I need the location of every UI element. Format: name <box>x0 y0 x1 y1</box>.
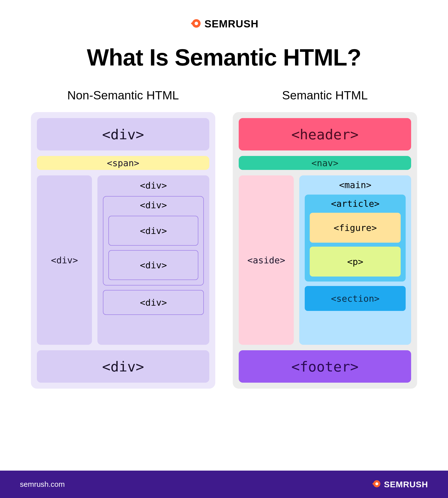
ns-mid-row: <div> <div> <div> <div> <div> <div> <box>37 175 209 345</box>
s-header-block: <header> <box>239 118 411 150</box>
non-semantic-column: Non-Semantic HTML <div> <span> <div> <di… <box>31 88 215 389</box>
s-mid-row: <aside> <main> <article> <figure> <p> <s… <box>239 175 411 345</box>
svg-point-1 <box>195 22 198 25</box>
ns-header-block: <div> <box>37 118 209 150</box>
ns-main-block: <div> <div> <div> <div> <div> <box>97 175 209 345</box>
ns-main-label: <div> <box>103 180 204 191</box>
s-article-label: <article> <box>310 199 401 209</box>
semantic-column: Semantic HTML <header> <nav> <aside> <ma… <box>233 88 417 389</box>
ns-article-label: <div> <box>108 200 198 210</box>
brand-header: SEMRUSH <box>0 0 448 30</box>
ns-aside-block: <div> <box>37 175 92 345</box>
ns-article-block: <div> <div> <div> <box>103 196 204 285</box>
s-section-block: <section> <box>305 286 406 311</box>
s-article-block: <article> <figure> <p> <box>305 195 406 282</box>
brand-text: SEMRUSH <box>204 18 258 30</box>
semantic-col-title: Semantic HTML <box>233 88 417 102</box>
ns-para-block: <div> <box>108 250 198 280</box>
s-nav-block: <nav> <box>239 156 411 170</box>
s-main-label: <main> <box>305 180 406 190</box>
ns-nav-block: <span> <box>37 156 209 170</box>
s-para-block: <p> <box>310 247 401 277</box>
flame-icon <box>371 479 381 490</box>
ns-section-block: <div> <box>103 290 204 315</box>
comparison-columns: Non-Semantic HTML <div> <span> <div> <di… <box>0 88 448 389</box>
footer-brand: SEMRUSH <box>371 479 428 490</box>
s-footer-block: <footer> <box>239 350 411 383</box>
non-semantic-panel: <div> <span> <div> <div> <div> <div> <di… <box>31 112 215 389</box>
svg-point-3 <box>375 482 378 485</box>
ns-figure-block: <div> <box>108 216 198 246</box>
semantic-panel: <header> <nav> <aside> <main> <article> … <box>233 112 417 389</box>
footer-url: semrush.com <box>20 480 65 489</box>
footer-brand-text: SEMRUSH <box>384 480 428 489</box>
s-aside-block: <aside> <box>239 175 294 345</box>
non-semantic-col-title: Non-Semantic HTML <box>31 88 215 102</box>
ns-footer-block: <div> <box>37 350 209 383</box>
s-figure-block: <figure> <box>310 213 401 243</box>
s-main-block: <main> <article> <figure> <p> <section> <box>299 175 411 345</box>
flame-icon <box>189 17 201 30</box>
page-title: What Is Semantic HTML? <box>0 44 448 71</box>
footer-bar: semrush.com SEMRUSH <box>0 471 448 498</box>
